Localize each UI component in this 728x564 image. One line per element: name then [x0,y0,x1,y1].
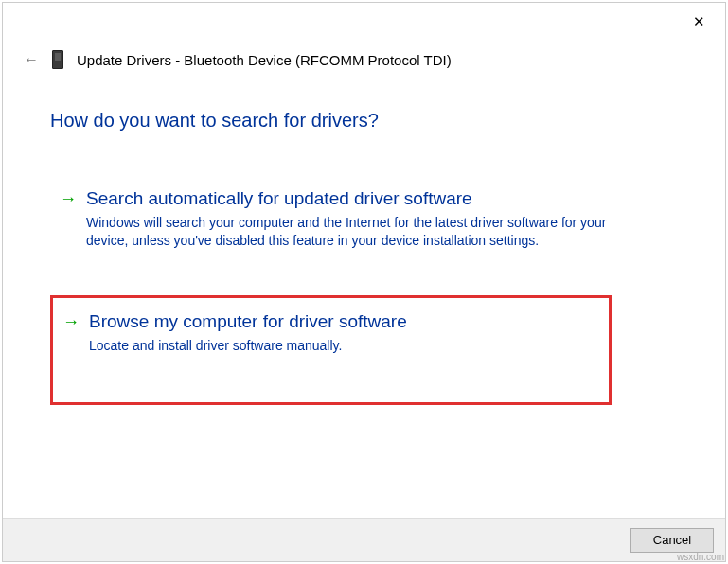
close-button[interactable]: ✕ [689,12,708,31]
dialog-title: Update Drivers - Bluetooth Device (RFCOM… [77,52,452,68]
update-drivers-dialog: ✕ ← Update Drivers - Bluetooth Device (R… [2,2,726,562]
watermark: wsxdn.com [677,552,724,562]
option-title: Search automatically for updated driver … [86,186,649,211]
option-search-automatically[interactable]: → Search automatically for updated drive… [50,175,659,267]
option-browse-computer[interactable]: → Browse my computer for driver software… [50,295,612,405]
back-arrow-icon[interactable]: ← [24,51,39,68]
arrow-right-icon: → [60,186,77,211]
option-description: Locate and install driver software manua… [89,337,599,355]
device-icon [52,50,63,69]
close-icon: ✕ [693,13,705,30]
cancel-button[interactable]: Cancel [630,528,714,553]
arrow-right-icon: → [62,309,80,334]
option-description: Windows will search your computer and th… [86,214,649,250]
option-title: Browse my computer for driver software [89,309,599,334]
main-heading: How do you want to search for drivers? [50,110,379,132]
dialog-header: ← Update Drivers - Bluetooth Device (RFC… [24,50,704,69]
dialog-footer: Cancel [3,518,725,561]
